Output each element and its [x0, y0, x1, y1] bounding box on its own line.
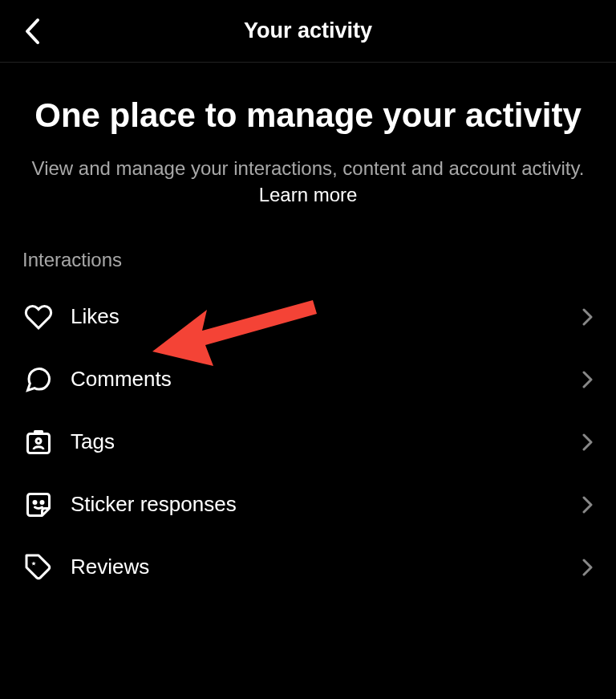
- hero-subtitle-text: View and manage your interactions, conte…: [32, 157, 585, 179]
- page-title: Your activity: [0, 18, 616, 43]
- comment-icon: [22, 364, 55, 396]
- sticker-icon: [22, 489, 55, 521]
- chevron-right-icon: [582, 307, 594, 327]
- tag-icon: [22, 426, 55, 458]
- list-item-sticker-responses[interactable]: Sticker responses: [22, 473, 594, 536]
- svg-point-1: [36, 438, 41, 443]
- hero-subtitle: View and manage your interactions, conte…: [22, 155, 594, 209]
- header: Your activity: [0, 0, 616, 63]
- chevron-left-icon: [24, 18, 40, 45]
- chevron-right-icon: [582, 433, 594, 452]
- list-item-label: Sticker responses: [71, 492, 582, 517]
- content: One place to manage your activity View a…: [0, 95, 616, 599]
- list-item-reviews[interactable]: Reviews: [22, 536, 594, 599]
- list-item-tags[interactable]: Tags: [22, 411, 594, 473]
- interactions-list: Likes Comments: [22, 286, 594, 599]
- back-button[interactable]: [16, 15, 48, 47]
- chevron-right-icon: [582, 558, 594, 577]
- chevron-right-icon: [582, 370, 594, 389]
- list-item-label: Tags: [71, 429, 582, 454]
- chevron-right-icon: [582, 495, 594, 514]
- review-icon: [22, 551, 55, 583]
- list-item-label: Comments: [71, 367, 582, 392]
- hero-title: One place to manage your activity: [22, 95, 594, 137]
- list-item-label: Likes: [71, 304, 582, 329]
- heart-icon: [22, 301, 55, 333]
- list-item-likes[interactable]: Likes: [22, 286, 594, 348]
- svg-point-2: [34, 501, 36, 503]
- list-item-label: Reviews: [71, 555, 582, 579]
- svg-point-3: [41, 501, 43, 503]
- learn-more-link[interactable]: Learn more: [259, 184, 358, 205]
- section-label: Interactions: [22, 249, 594, 271]
- list-item-comments[interactable]: Comments: [22, 348, 594, 411]
